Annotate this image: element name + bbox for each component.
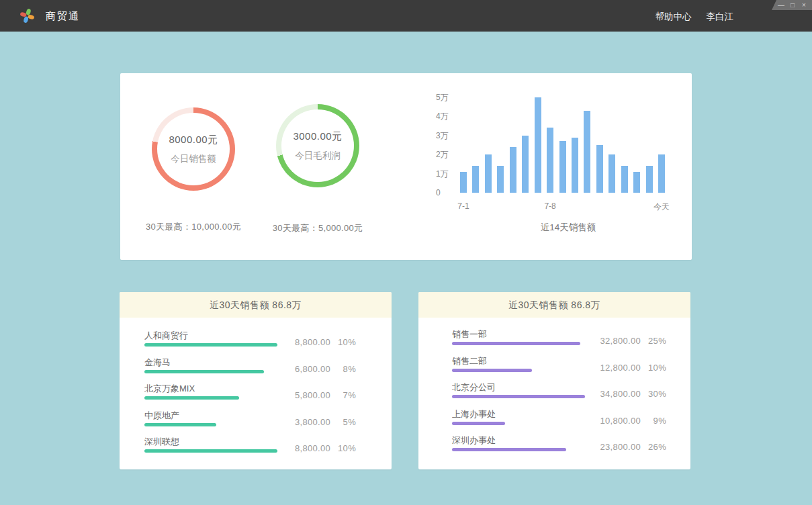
row-value: 23,800.00 <box>587 442 641 452</box>
today-sales-ring-center: 8000.00元 今日销售额 <box>157 113 230 185</box>
today-profit-value: 3000.00元 <box>293 130 342 143</box>
row-name: 北京分公司 <box>452 381 496 394</box>
profit-30day-max: 30天最高：5,000.00元 <box>251 222 385 234</box>
daily-sales-bar <box>547 128 553 193</box>
row-name: 人和商贸行 <box>144 330 188 342</box>
row-value: 34,800.00 <box>587 389 641 399</box>
row-bar <box>452 395 585 398</box>
y-axis-tick: 3万 <box>436 130 457 141</box>
today-profit-label: 今日毛利润 <box>295 150 341 162</box>
today-profit-ring: 3000.00元 今日毛利润 <box>276 104 359 187</box>
minimize-button[interactable]: — <box>778 2 784 9</box>
row-bar <box>144 396 239 400</box>
x-axis-label: 7-8 <box>544 201 555 211</box>
department-row: 上海办事处10,800.009% <box>452 408 666 434</box>
customer-row: 金海马6,800.008% <box>144 356 356 383</box>
row-percent: 26% <box>641 442 666 452</box>
y-axis-tick: 1万 <box>436 169 457 179</box>
x-axis-label: 今天 <box>653 201 670 213</box>
y-axis-tick: 5万 <box>436 92 457 103</box>
department-row: 深圳办事处23,800.0026% <box>452 434 666 461</box>
row-value: 12,800.00 <box>587 363 641 373</box>
row-value: 8,800.00 <box>277 337 330 347</box>
department-rank-list: 销售一部32,800.0025%销售二部12,800.0010%北京分公司34,… <box>418 318 690 461</box>
row-bar <box>144 343 277 347</box>
row-numbers: 10,800.009% <box>587 416 666 426</box>
close-button[interactable]: × <box>801 2 807 9</box>
titlebar-menu: 帮助中心 李白江 <box>656 11 734 23</box>
daily-sales-bar <box>658 154 665 193</box>
daily-sales-bar <box>535 97 541 193</box>
row-name: 销售一部 <box>452 328 487 340</box>
customer-row: 中原地产3,800.005% <box>144 409 356 436</box>
daily-sales-bar <box>522 136 529 193</box>
today-sales-label: 今日销售额 <box>171 153 216 165</box>
daily-sales-bar <box>572 138 578 193</box>
today-sales-value: 8000.00元 <box>169 134 218 146</box>
row-bar <box>452 422 505 425</box>
daily-sales-bar <box>584 111 590 193</box>
department-row: 北京分公司34,800.0030% <box>452 381 666 408</box>
row-numbers: 12,800.0010% <box>587 363 666 373</box>
y-axis-tick: 0 <box>436 187 457 198</box>
y-axis-tick: 2万 <box>436 149 457 160</box>
x-axis-label: 7-1 <box>457 201 469 211</box>
daily-sales-bar <box>460 172 467 193</box>
row-percent: 9% <box>641 416 666 426</box>
department-rank-title: 近30天销售额 86.8万 <box>418 292 690 318</box>
row-percent: 8% <box>330 364 356 374</box>
row-percent: 30% <box>641 389 666 399</box>
daily-sales-bar <box>621 166 628 193</box>
titlebar: 商贸通 帮助中心 李白江 — □ × <box>0 0 812 32</box>
row-bar <box>452 369 532 372</box>
row-value: 6,800.00 <box>277 364 330 374</box>
row-value: 10,800.00 <box>587 416 641 426</box>
customer-rank-title: 近30天销售额 86.8万 <box>120 292 392 318</box>
row-name: 深圳联想 <box>144 436 179 448</box>
row-numbers: 6,800.008% <box>277 364 356 374</box>
row-percent: 10% <box>330 443 356 453</box>
today-sales-ring: 8000.00元 今日销售额 <box>152 107 235 191</box>
department-sales-rank-card: 近30天销售额 86.8万 销售一部32,800.0025%销售二部12,800… <box>418 292 690 469</box>
chart-title: 近14天销售额 <box>460 222 676 234</box>
department-row: 销售二部12,800.0010% <box>452 355 666 381</box>
app-logo-icon <box>19 7 36 24</box>
app-title: 商贸通 <box>46 10 80 23</box>
y-axis-tick: 4万 <box>436 111 457 122</box>
row-value: 32,800.00 <box>587 336 641 346</box>
username-link[interactable]: 李白江 <box>707 11 734 23</box>
row-bar <box>144 370 264 373</box>
row-name: 深圳办事处 <box>452 434 496 447</box>
daily-sales-bar <box>608 154 615 193</box>
row-name: 上海办事处 <box>452 408 496 420</box>
customer-rank-list: 人和商贸行8,800.0010%金海马6,800.008%北京万象MIX5,80… <box>120 318 392 462</box>
sales-14day-chart: 5万4万3万2万1万0 近14天销售额 7-17-8今天 <box>433 93 676 238</box>
daily-sales-bar <box>485 154 492 193</box>
daily-sales-bar <box>646 166 653 193</box>
row-bar <box>144 449 277 453</box>
row-name: 北京万象MIX <box>144 383 195 395</box>
daily-sales-bar <box>472 166 479 193</box>
maximize-button[interactable]: □ <box>789 2 796 9</box>
daily-sales-bar <box>497 166 504 193</box>
row-numbers: 3,800.005% <box>277 417 356 427</box>
help-center-link[interactable]: 帮助中心 <box>656 11 692 23</box>
row-percent: 10% <box>641 363 666 373</box>
row-value: 8,800.00 <box>277 443 330 453</box>
customer-row: 深圳联想8,800.0010% <box>144 435 356 462</box>
row-percent: 25% <box>641 336 666 346</box>
department-row: 销售一部32,800.0025% <box>452 328 666 355</box>
row-name: 金海马 <box>144 357 171 369</box>
today-profit-ring-center: 3000.00元 今日毛利润 <box>281 109 354 182</box>
customer-row: 北京万象MIX5,800.007% <box>144 382 356 409</box>
daily-sales-bar <box>633 172 640 193</box>
row-numbers: 8,800.0010% <box>277 443 356 453</box>
customer-sales-rank-card: 近30天销售额 86.8万 人和商贸行8,800.0010%金海马6,800.0… <box>120 292 392 469</box>
row-numbers: 8,800.0010% <box>277 337 356 347</box>
row-bar <box>452 448 566 451</box>
row-percent: 10% <box>330 337 356 347</box>
customer-row: 人和商贸行8,800.0010% <box>144 329 356 356</box>
daily-sales-bar <box>559 141 566 193</box>
row-percent: 7% <box>330 390 356 400</box>
row-value: 3,800.00 <box>277 417 330 427</box>
